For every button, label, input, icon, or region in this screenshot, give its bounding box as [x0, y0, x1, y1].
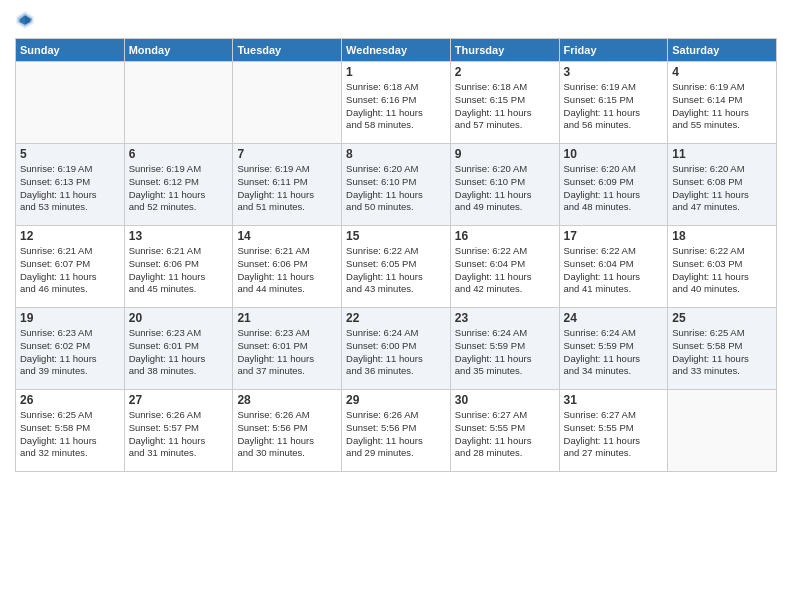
cell-info: Sunrise: 6:23 AM Sunset: 6:01 PM Dayligh… — [129, 327, 229, 378]
day-number: 29 — [346, 393, 446, 407]
cell-info: Sunrise: 6:19 AM Sunset: 6:15 PM Dayligh… — [564, 81, 664, 132]
weekday-header-wednesday: Wednesday — [342, 39, 451, 62]
calendar-cell: 23Sunrise: 6:24 AM Sunset: 5:59 PM Dayli… — [450, 308, 559, 390]
day-number: 19 — [20, 311, 120, 325]
cell-info: Sunrise: 6:26 AM Sunset: 5:56 PM Dayligh… — [237, 409, 337, 460]
calendar-cell — [16, 62, 125, 144]
day-number: 6 — [129, 147, 229, 161]
calendar-cell — [668, 390, 777, 472]
day-number: 25 — [672, 311, 772, 325]
week-row-1: 5Sunrise: 6:19 AM Sunset: 6:13 PM Daylig… — [16, 144, 777, 226]
calendar-cell: 3Sunrise: 6:19 AM Sunset: 6:15 PM Daylig… — [559, 62, 668, 144]
cell-info: Sunrise: 6:25 AM Sunset: 5:58 PM Dayligh… — [672, 327, 772, 378]
cell-info: Sunrise: 6:26 AM Sunset: 5:56 PM Dayligh… — [346, 409, 446, 460]
calendar-cell: 17Sunrise: 6:22 AM Sunset: 6:04 PM Dayli… — [559, 226, 668, 308]
cell-info: Sunrise: 6:21 AM Sunset: 6:07 PM Dayligh… — [20, 245, 120, 296]
calendar-cell: 11Sunrise: 6:20 AM Sunset: 6:08 PM Dayli… — [668, 144, 777, 226]
cell-info: Sunrise: 6:27 AM Sunset: 5:55 PM Dayligh… — [455, 409, 555, 460]
weekday-header-saturday: Saturday — [668, 39, 777, 62]
day-number: 26 — [20, 393, 120, 407]
calendar-cell: 13Sunrise: 6:21 AM Sunset: 6:06 PM Dayli… — [124, 226, 233, 308]
day-number: 13 — [129, 229, 229, 243]
day-number: 21 — [237, 311, 337, 325]
cell-info: Sunrise: 6:25 AM Sunset: 5:58 PM Dayligh… — [20, 409, 120, 460]
calendar-cell: 24Sunrise: 6:24 AM Sunset: 5:59 PM Dayli… — [559, 308, 668, 390]
logo-icon — [15, 10, 35, 30]
weekday-header-tuesday: Tuesday — [233, 39, 342, 62]
cell-info: Sunrise: 6:22 AM Sunset: 6:04 PM Dayligh… — [564, 245, 664, 296]
cell-info: Sunrise: 6:18 AM Sunset: 6:15 PM Dayligh… — [455, 81, 555, 132]
calendar-cell: 9Sunrise: 6:20 AM Sunset: 6:10 PM Daylig… — [450, 144, 559, 226]
cell-info: Sunrise: 6:23 AM Sunset: 6:02 PM Dayligh… — [20, 327, 120, 378]
day-number: 15 — [346, 229, 446, 243]
cell-info: Sunrise: 6:22 AM Sunset: 6:04 PM Dayligh… — [455, 245, 555, 296]
calendar-cell: 22Sunrise: 6:24 AM Sunset: 6:00 PM Dayli… — [342, 308, 451, 390]
cell-info: Sunrise: 6:22 AM Sunset: 6:03 PM Dayligh… — [672, 245, 772, 296]
day-number: 16 — [455, 229, 555, 243]
cell-info: Sunrise: 6:26 AM Sunset: 5:57 PM Dayligh… — [129, 409, 229, 460]
day-number: 31 — [564, 393, 664, 407]
week-row-4: 26Sunrise: 6:25 AM Sunset: 5:58 PM Dayli… — [16, 390, 777, 472]
calendar-cell: 28Sunrise: 6:26 AM Sunset: 5:56 PM Dayli… — [233, 390, 342, 472]
logo — [15, 10, 39, 30]
day-number: 23 — [455, 311, 555, 325]
weekday-header-thursday: Thursday — [450, 39, 559, 62]
calendar-cell: 10Sunrise: 6:20 AM Sunset: 6:09 PM Dayli… — [559, 144, 668, 226]
week-row-2: 12Sunrise: 6:21 AM Sunset: 6:07 PM Dayli… — [16, 226, 777, 308]
header — [15, 10, 777, 30]
cell-info: Sunrise: 6:18 AM Sunset: 6:16 PM Dayligh… — [346, 81, 446, 132]
day-number: 5 — [20, 147, 120, 161]
day-number: 2 — [455, 65, 555, 79]
calendar-cell: 26Sunrise: 6:25 AM Sunset: 5:58 PM Dayli… — [16, 390, 125, 472]
day-number: 14 — [237, 229, 337, 243]
day-number: 12 — [20, 229, 120, 243]
cell-info: Sunrise: 6:19 AM Sunset: 6:11 PM Dayligh… — [237, 163, 337, 214]
cell-info: Sunrise: 6:27 AM Sunset: 5:55 PM Dayligh… — [564, 409, 664, 460]
calendar-cell: 21Sunrise: 6:23 AM Sunset: 6:01 PM Dayli… — [233, 308, 342, 390]
day-number: 18 — [672, 229, 772, 243]
day-number: 10 — [564, 147, 664, 161]
calendar-cell: 27Sunrise: 6:26 AM Sunset: 5:57 PM Dayli… — [124, 390, 233, 472]
cell-info: Sunrise: 6:19 AM Sunset: 6:13 PM Dayligh… — [20, 163, 120, 214]
weekday-header-sunday: Sunday — [16, 39, 125, 62]
calendar-cell: 29Sunrise: 6:26 AM Sunset: 5:56 PM Dayli… — [342, 390, 451, 472]
day-number: 3 — [564, 65, 664, 79]
day-number: 4 — [672, 65, 772, 79]
weekday-header-monday: Monday — [124, 39, 233, 62]
day-number: 28 — [237, 393, 337, 407]
calendar-cell: 2Sunrise: 6:18 AM Sunset: 6:15 PM Daylig… — [450, 62, 559, 144]
calendar-cell: 31Sunrise: 6:27 AM Sunset: 5:55 PM Dayli… — [559, 390, 668, 472]
calendar-cell: 8Sunrise: 6:20 AM Sunset: 6:10 PM Daylig… — [342, 144, 451, 226]
calendar-cell: 5Sunrise: 6:19 AM Sunset: 6:13 PM Daylig… — [16, 144, 125, 226]
calendar-cell: 20Sunrise: 6:23 AM Sunset: 6:01 PM Dayli… — [124, 308, 233, 390]
cell-info: Sunrise: 6:24 AM Sunset: 5:59 PM Dayligh… — [455, 327, 555, 378]
cell-info: Sunrise: 6:20 AM Sunset: 6:10 PM Dayligh… — [455, 163, 555, 214]
cell-info: Sunrise: 6:24 AM Sunset: 6:00 PM Dayligh… — [346, 327, 446, 378]
cell-info: Sunrise: 6:24 AM Sunset: 5:59 PM Dayligh… — [564, 327, 664, 378]
calendar-table: SundayMondayTuesdayWednesdayThursdayFrid… — [15, 38, 777, 472]
day-number: 20 — [129, 311, 229, 325]
day-number: 22 — [346, 311, 446, 325]
calendar-page: SundayMondayTuesdayWednesdayThursdayFrid… — [0, 0, 792, 612]
day-number: 9 — [455, 147, 555, 161]
cell-info: Sunrise: 6:20 AM Sunset: 6:09 PM Dayligh… — [564, 163, 664, 214]
calendar-cell: 14Sunrise: 6:21 AM Sunset: 6:06 PM Dayli… — [233, 226, 342, 308]
calendar-cell: 18Sunrise: 6:22 AM Sunset: 6:03 PM Dayli… — [668, 226, 777, 308]
calendar-cell: 1Sunrise: 6:18 AM Sunset: 6:16 PM Daylig… — [342, 62, 451, 144]
calendar-cell — [124, 62, 233, 144]
calendar-cell: 19Sunrise: 6:23 AM Sunset: 6:02 PM Dayli… — [16, 308, 125, 390]
cell-info: Sunrise: 6:19 AM Sunset: 6:12 PM Dayligh… — [129, 163, 229, 214]
weekday-header-row: SundayMondayTuesdayWednesdayThursdayFrid… — [16, 39, 777, 62]
cell-info: Sunrise: 6:23 AM Sunset: 6:01 PM Dayligh… — [237, 327, 337, 378]
cell-info: Sunrise: 6:21 AM Sunset: 6:06 PM Dayligh… — [129, 245, 229, 296]
cell-info: Sunrise: 6:20 AM Sunset: 6:10 PM Dayligh… — [346, 163, 446, 214]
calendar-cell: 4Sunrise: 6:19 AM Sunset: 6:14 PM Daylig… — [668, 62, 777, 144]
cell-info: Sunrise: 6:20 AM Sunset: 6:08 PM Dayligh… — [672, 163, 772, 214]
day-number: 8 — [346, 147, 446, 161]
weekday-header-friday: Friday — [559, 39, 668, 62]
day-number: 27 — [129, 393, 229, 407]
calendar-cell: 16Sunrise: 6:22 AM Sunset: 6:04 PM Dayli… — [450, 226, 559, 308]
calendar-cell: 25Sunrise: 6:25 AM Sunset: 5:58 PM Dayli… — [668, 308, 777, 390]
calendar-cell: 12Sunrise: 6:21 AM Sunset: 6:07 PM Dayli… — [16, 226, 125, 308]
day-number: 7 — [237, 147, 337, 161]
